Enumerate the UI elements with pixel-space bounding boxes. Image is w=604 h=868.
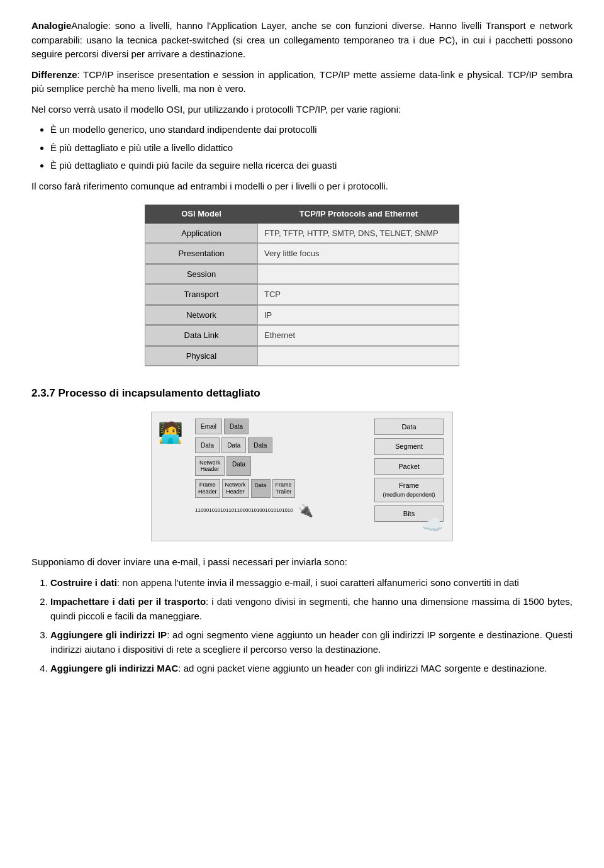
osi-protocol-datalink: Ethernet bbox=[258, 325, 459, 346]
step-3: Aggiungere gli indirizzi IP: ad ogni seg… bbox=[50, 628, 573, 657]
osi-header-left: OSI Model bbox=[145, 205, 258, 223]
osi-row-application: Application FTP, TFTP, HTTP, SMTP, DNS, … bbox=[145, 223, 459, 244]
encap-row-2: Data Data Data bbox=[195, 437, 364, 453]
paragraph-4: Il corso farà riferimento comunque ad en… bbox=[31, 179, 573, 194]
paragraph-3: Nel corso verrà usato il modello OSI, pu… bbox=[31, 103, 573, 117]
osi-protocol-session bbox=[258, 264, 459, 285]
differenze-bold: Differenze bbox=[31, 69, 77, 80]
osi-header-right: TCP/IP Protocols and Ethernet bbox=[258, 205, 459, 223]
osi-protocol-network: IP bbox=[258, 305, 459, 325]
bullet-item-1: È un modello generico, uno standard indi… bbox=[50, 123, 573, 137]
step-3-bold: Aggiungere gli indirizzi IP bbox=[50, 629, 167, 640]
osi-diagram: OSI Model TCP/IP Protocols and Ethernet … bbox=[31, 205, 573, 366]
step-1-bold: Costruire i dati bbox=[50, 577, 117, 588]
encap-row-1: Email Data bbox=[195, 419, 364, 434]
osi-header-row: OSI Model TCP/IP Protocols and Ethernet bbox=[145, 205, 459, 223]
step-1-text: : non appena l'utente invia il messaggio… bbox=[117, 577, 519, 588]
osi-row-network: Network IP bbox=[145, 305, 459, 326]
osi-layer-network: Network bbox=[145, 305, 258, 325]
encap-label-segment: Segment bbox=[374, 438, 444, 455]
step-2: Impachettare i dati per il trasporto: i … bbox=[50, 595, 573, 623]
steps-list: Costruire i dati: non appena l'utente in… bbox=[50, 576, 573, 676]
osi-row-presentation: Presentation Very little focus bbox=[145, 244, 459, 264]
encap-row-5: 11000101010110110000101001010101010 🔌 bbox=[195, 501, 364, 520]
osi-row-physical: Physical bbox=[145, 346, 459, 367]
encap-row-4: FrameHeader NetworkHeader Data FrameTrai… bbox=[195, 479, 364, 498]
osi-layer-presentation: Presentation bbox=[145, 244, 258, 264]
encap-nw-header: NetworkHeader bbox=[195, 456, 225, 476]
osi-row-session: Session bbox=[145, 264, 459, 285]
paragraph-1-text: Analogie: sono a livelli, hanno l'Applic… bbox=[31, 20, 573, 59]
encap-row-3: NetworkHeader Data bbox=[195, 456, 364, 476]
osi-layer-physical: Physical bbox=[145, 346, 258, 366]
step-2-bold: Impachettare i dati per il trasporto bbox=[50, 596, 206, 607]
osi-layer-session: Session bbox=[145, 264, 258, 285]
step-4: Aggiungere gli indirizzi MAC: ad ogni pa… bbox=[50, 662, 573, 676]
encap-email-cell: Email bbox=[195, 419, 222, 434]
encap-nw-header-2: NetworkHeader bbox=[222, 479, 249, 498]
section-heading-encap: 2.3.7 Processo di incapsulamento dettagl… bbox=[31, 385, 573, 402]
encap-right-labels: Data Segment Packet Frame(medium depende… bbox=[374, 419, 444, 522]
step-4-bold: Aggiungere gli indirizzi MAC bbox=[50, 663, 178, 674]
encap-frame-trailer: FrameTrailer bbox=[272, 479, 295, 498]
person-icon: 🧑‍💻 bbox=[158, 417, 183, 448]
paragraph-5: Supponiamo di dover inviare una e-mail, … bbox=[31, 555, 573, 570]
encap-data-a: Data bbox=[195, 437, 220, 453]
encapsulation-diagram: 🧑‍💻 Email Data Data Data Data NetworkHea… bbox=[31, 412, 573, 542]
encap-label-packet: Packet bbox=[374, 458, 444, 475]
step-1: Costruire i dati: non appena l'utente in… bbox=[50, 576, 573, 590]
encap-left-rows: Email Data Data Data Data NetworkHeader … bbox=[195, 419, 364, 522]
encap-bits: 11000101010110110000101001010101010 bbox=[195, 507, 293, 514]
step-4-text: : ad ogni packet viene aggiunto un heade… bbox=[178, 663, 547, 674]
intro-section: AnalogieAnalogie: sono a livelli, hanno … bbox=[31, 19, 573, 193]
encap-label-data: Data bbox=[374, 419, 444, 436]
osi-layer-transport: Transport bbox=[145, 285, 258, 305]
osi-protocol-application: FTP, TFTP, HTTP, SMTP, DNS, TELNET, SNMP bbox=[258, 223, 459, 244]
encap-label-frame: Frame(medium dependent) bbox=[374, 478, 444, 502]
osi-protocol-physical bbox=[258, 346, 459, 366]
cloud-icon: ☁️ bbox=[422, 512, 444, 538]
encap-frame-header: FrameHeader bbox=[195, 479, 220, 498]
bullet-list: È un modello generico, uno standard indi… bbox=[50, 123, 573, 173]
encap-diagram-box: 🧑‍💻 Email Data Data Data Data NetworkHea… bbox=[151, 412, 453, 542]
osi-protocol-presentation: Very little focus bbox=[258, 244, 459, 264]
osi-layer-application: Application bbox=[145, 223, 258, 244]
encap-data-c: Data bbox=[248, 437, 272, 453]
encap-data-e: Data bbox=[251, 479, 271, 498]
paragraph-2-text: : TCP/IP inserisce presentation e sessio… bbox=[31, 69, 573, 94]
paragraph-1: AnalogieAnalogie: sono a livelli, hanno … bbox=[31, 19, 573, 62]
bullet-item-2: È più dettagliato e più utile a livello … bbox=[50, 141, 573, 155]
encap-data-d: Data bbox=[226, 456, 251, 476]
bullet-item-3: È più dettagliato e quindi più facile da… bbox=[50, 159, 573, 173]
paragraph-2: Differenze: TCP/IP inserisce presentatio… bbox=[31, 68, 573, 96]
osi-row-datalink: Data Link Ethernet bbox=[145, 325, 459, 346]
encap-data-cell-1: Data bbox=[224, 419, 249, 434]
osi-table-wrapper: OSI Model TCP/IP Protocols and Ethernet … bbox=[145, 205, 459, 366]
analogie-bold: Analogie bbox=[31, 20, 71, 31]
router-icon: 🔌 bbox=[298, 501, 313, 520]
encap-data-b: Data bbox=[221, 437, 246, 453]
osi-protocol-transport: TCP bbox=[258, 285, 459, 305]
osi-row-transport: Transport TCP bbox=[145, 285, 459, 305]
osi-layer-datalink: Data Link bbox=[145, 325, 258, 346]
encap-content: Email Data Data Data Data NetworkHeader … bbox=[160, 419, 444, 522]
